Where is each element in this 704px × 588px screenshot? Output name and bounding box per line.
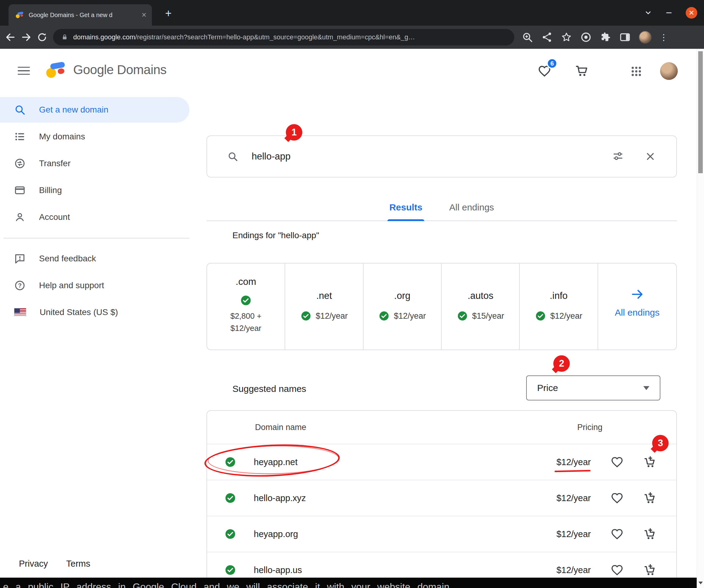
us-flag-icon [14,308,26,316]
sort-label: Price [537,383,558,393]
ending-card-info[interactable]: .info $12/year [520,263,598,350]
scrollbar-thumb[interactable] [698,51,703,173]
favorite-heart-icon[interactable] [610,527,624,541]
browser-profile-avatar[interactable] [639,31,652,44]
side-panel-icon[interactable] [619,32,631,43]
window-minimize-icon[interactable] [665,9,673,17]
scrollbar-down-arrow[interactable] [697,578,704,587]
price-label: $12/year [316,311,348,321]
annotation-marker-2: 2 [553,355,570,372]
domain-search-input[interactable] [252,151,599,162]
help-icon: ? [14,280,25,291]
browser-menu-kebab-icon[interactable]: ⋮ [659,32,668,42]
search-icon [14,104,25,116]
ending-card-com[interactable]: .com $2,800 +$12/year [207,263,285,350]
sidebar-item-my-domains[interactable]: My domains [0,124,189,150]
sidebar-item-label: Billing [39,185,62,195]
table-row[interactable]: hello-app.xyz $12/year [207,480,676,516]
tld-label: .net [316,290,332,301]
svg-text:?: ? [18,282,22,289]
add-to-cart-icon[interactable] [643,527,657,541]
window-menu-chevron-icon[interactable] [644,9,652,17]
back-icon[interactable] [5,32,16,43]
ending-card-org[interactable]: .org $12/year [364,263,442,350]
sidebar-item-label: Get a new domain [39,105,108,115]
page-scrollbar[interactable] [697,49,704,588]
ending-card-autos[interactable]: .autos $15/year [442,263,520,350]
forward-icon[interactable] [21,32,32,43]
lock-icon[interactable] [61,34,68,41]
sidebar-item-transfer[interactable]: Transfer [0,151,189,176]
cart-icon[interactable] [575,64,589,78]
google-domains-logo-icon [45,61,66,79]
tab-all-endings[interactable]: All endings [448,202,496,221]
domain-name: hello-app.us [254,565,302,575]
all-endings-label: All endings [614,307,659,318]
annotation-marker-3: 3 [652,435,668,451]
filter-tune-icon[interactable] [612,151,624,162]
favorite-heart-icon[interactable] [610,563,624,577]
bookmark-star-icon[interactable] [561,32,572,43]
table-header: Domain name Pricing [207,411,676,444]
window-close-icon[interactable]: ✕ [686,7,697,18]
hamburger-menu-icon[interactable] [18,65,30,77]
zoom-icon[interactable] [522,32,533,43]
available-check-icon [225,528,236,540]
browser-tab[interactable]: Google Domains - Get a new d × [8,4,152,25]
sidebar-divider [4,238,189,238]
address-bar[interactable]: domains.google.com/registrar/search?sear… [53,29,514,46]
domain-search-box[interactable] [207,135,677,177]
add-to-cart-icon[interactable] [643,491,657,505]
share-icon[interactable] [541,32,553,43]
domain-price: $12/year [545,565,591,575]
available-check-icon [225,492,236,504]
sort-by-price-dropdown[interactable]: Price [526,375,660,401]
browser-toolbar: domains.google.com/registrar/search?sear… [0,25,704,49]
password-manager-extension-icon[interactable] [580,32,592,43]
add-to-cart-icon[interactable] [643,563,657,577]
price-label: $12/year [394,311,426,321]
sidebar-item-send-feedback[interactable]: Send feedback [0,246,189,272]
column-domain-name: Domain name [207,423,306,432]
terms-link[interactable]: Terms [66,559,90,569]
results-tabs: Results All endings [207,194,677,221]
new-tab-button[interactable]: + [162,7,175,20]
transfer-icon [14,158,25,169]
extensions-puzzle-icon[interactable] [600,32,611,43]
reload-icon[interactable] [37,32,48,43]
tld-label: .autos [468,290,493,301]
sidebar-item-billing[interactable]: Billing [0,177,189,203]
price-label: $2,800 +$12/year [230,310,261,335]
google-apps-grid-icon[interactable] [630,65,642,77]
clear-search-icon[interactable] [645,151,656,162]
favorite-heart-icon[interactable] [610,491,624,505]
sidebar-item-get-a-new-domain[interactable]: Get a new domain [0,97,189,123]
tab-results[interactable]: Results [388,202,424,221]
main-content: Results All endings Endings for "hello-a… [189,93,704,588]
sidebar-item-help-and-support[interactable]: ? Help and support [0,273,189,298]
domain-price: $12/year [545,493,591,503]
brand-title: Google Domains [73,62,167,77]
sidebar-item-label: Help and support [39,281,104,290]
tab-close-icon[interactable]: × [141,11,146,19]
tab-favicon [15,11,24,18]
browser-tab-strip: Google Domains - Get a new d × + ✕ [0,0,704,25]
ending-card-net[interactable]: .net $12/year [285,263,363,350]
all-endings-card[interactable]: All endings [598,263,676,350]
tld-label: .org [394,290,410,301]
available-check-icon [225,564,236,576]
add-to-cart-icon[interactable] [643,455,657,469]
brand[interactable]: Google Domains [45,61,167,79]
arrow-right-icon [630,287,644,301]
feedback-icon [14,253,25,264]
account-avatar[interactable] [660,62,678,80]
tld-label: .com [236,276,256,287]
table-row[interactable]: heyapp.org $12/year [207,516,676,552]
sidebar-item-region-currency[interactable]: United States (US $) [0,299,189,325]
sidebar-item-account[interactable]: Account [0,204,189,230]
favorite-heart-icon[interactable] [610,455,624,469]
domain-price: $12/year [545,457,591,467]
domain-name: hello-app.xyz [254,493,306,503]
privacy-link[interactable]: Privacy [19,559,48,569]
sidebar-item-label: Account [39,212,70,222]
